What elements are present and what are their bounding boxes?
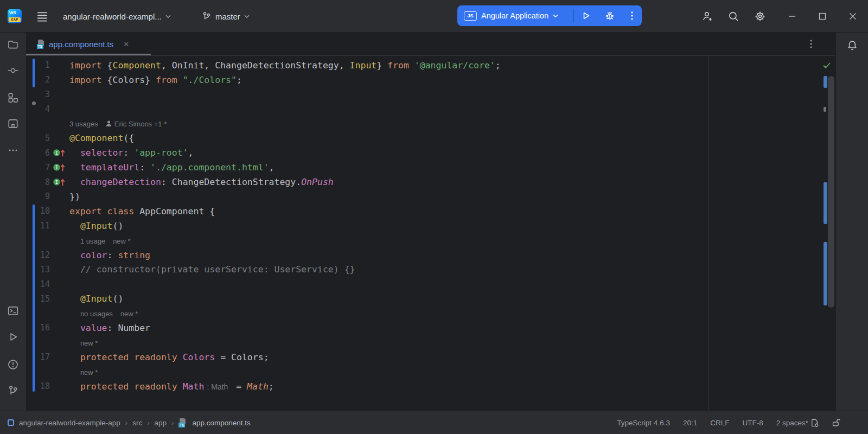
commit-tool-button[interactable]: [4, 62, 22, 79]
line-number[interactable]: 14: [26, 279, 50, 289]
line-number[interactable]: 11: [26, 221, 50, 231]
editor-code-row[interactable]: 8 I changeDetection: ChangeDetectionStra…: [26, 175, 835, 189]
editor-inlay-row[interactable]: 1 usagenew *: [26, 233, 835, 248]
editor-options-kebab-icon[interactable]: [803, 36, 819, 52]
line-number[interactable]: 7: [26, 163, 50, 173]
status-item[interactable]: 2 spaces*: [776, 419, 808, 427]
line-number[interactable]: 2: [26, 75, 50, 85]
window-minimize-button[interactable]: [783, 8, 801, 25]
close-icon: [847, 11, 858, 22]
line-number[interactable]: 10: [26, 206, 50, 216]
code-segment: {: [107, 60, 113, 71]
breadcrumb: angular-realworld-example-app›src›app› T…: [8, 418, 251, 427]
code-segment: OnPush: [301, 177, 334, 187]
structure-tool-button[interactable]: [4, 89, 22, 106]
editor-code-row[interactable]: 17 protected readonly Colors = Colors;: [26, 350, 835, 365]
run-more-button[interactable]: [622, 5, 642, 26]
svg-text:I: I: [55, 180, 58, 185]
editor-code-row[interactable]: 6 I selector: 'app-root',: [26, 145, 835, 160]
editor-code-row[interactable]: 16 value: Number: [26, 321, 835, 335]
vcs-branch-widget[interactable]: master: [202, 8, 250, 25]
code-with-me-button[interactable]: [699, 8, 716, 25]
window-close-button[interactable]: [844, 8, 861, 25]
editor-code-row[interactable]: 9}): [26, 189, 835, 204]
line-number[interactable]: 16: [26, 323, 50, 333]
editor-code-row[interactable]: 13 // constructor(private userService: U…: [26, 262, 835, 277]
search-everywhere-button[interactable]: [725, 8, 742, 25]
line-number[interactable]: 18: [26, 381, 50, 391]
editor-scrollbar[interactable]: [828, 76, 834, 308]
status-item[interactable]: 20:1: [683, 419, 697, 427]
editor-code-row[interactable]: 15 @Input(): [26, 291, 835, 306]
run-tool-button[interactable]: [4, 328, 22, 346]
angular-ts-file-icon: TS: [37, 40, 46, 49]
editor-code-row[interactable]: 5@Component({: [26, 131, 835, 145]
line-number[interactable]: 3: [26, 90, 50, 99]
vcs-change-marker[interactable]: [824, 182, 827, 224]
line-number[interactable]: 15: [26, 294, 50, 304]
problems-tool-button[interactable]: [4, 356, 22, 373]
line-number[interactable]: 12: [26, 250, 50, 260]
gutter-icon-slot: I: [50, 177, 69, 187]
code-segment: from: [387, 60, 414, 71]
editor-inlay-row[interactable]: 3 usages Eric Simons +1 *: [26, 117, 835, 131]
editor-code-row[interactable]: 1import {Component, OnInit, ChangeDetect…: [26, 58, 835, 73]
code-segment: templateUrl: [80, 162, 139, 173]
editor-inlay-row[interactable]: new *: [26, 335, 835, 350]
editor-code-row[interactable]: 2import {Colors} from "./Colors";: [26, 73, 835, 87]
line-number[interactable]: 1: [26, 60, 50, 70]
line-number[interactable]: 13: [26, 265, 50, 275]
line-number[interactable]: 5: [26, 133, 50, 143]
debug-button[interactable]: [598, 5, 622, 26]
breadcrumb-item[interactable]: app.component.ts: [192, 419, 250, 427]
window-maximize-button[interactable]: [814, 8, 831, 25]
stripe-marker-gray[interactable]: [824, 107, 826, 112]
line-number[interactable]: 4: [26, 104, 50, 114]
run-button[interactable]: [574, 5, 598, 26]
editor-code-row[interactable]: 3: [26, 87, 835, 102]
status-item[interactable]: TypeScript 4.6.3: [617, 419, 670, 427]
main-menu-icon[interactable]: [35, 9, 50, 24]
terminal-icon: [7, 305, 19, 317]
code-area[interactable]: 1import {Component, OnInit, ChangeDetect…: [26, 56, 835, 411]
editor-inlay-row[interactable]: no usagesnew *: [26, 306, 835, 321]
project-tool-button[interactable]: [4, 36, 22, 53]
line-number[interactable]: 6: [26, 148, 50, 158]
notifications-button[interactable]: [844, 37, 861, 54]
settings-button[interactable]: [751, 8, 769, 25]
lock-icon[interactable]: [831, 418, 841, 427]
line-number[interactable]: 17: [26, 352, 50, 362]
angular-input-gutter-icon[interactable]: I: [53, 163, 66, 172]
editor-code-row[interactable]: 10export class AppComponent {: [26, 204, 835, 219]
editor-code-row[interactable]: 4: [26, 102, 835, 117]
angular-input-gutter-icon[interactable]: I: [53, 148, 66, 157]
code-segment: : ChangeDetectionStrategy.: [161, 177, 301, 187]
close-tab-icon[interactable]: ✕: [123, 40, 129, 48]
status-item[interactable]: CRLF: [710, 419, 729, 427]
more-tool-windows-button[interactable]: [4, 142, 22, 159]
breadcrumb-item[interactable]: app: [155, 419, 167, 427]
git-tool-button[interactable]: [4, 382, 22, 399]
editor-code-row[interactable]: 7 I templateUrl: './app.component.html',: [26, 160, 835, 175]
project-widget[interactable]: angular-realworld-exampl...: [63, 8, 171, 25]
editor-code-row[interactable]: 18 protected readonly Math: Math = Math;: [26, 379, 835, 392]
bookmarks-tool-button[interactable]: [4, 115, 22, 132]
breadcrumb-item[interactable]: angular-realworld-example-app: [19, 419, 120, 427]
terminal-tool-button[interactable]: [4, 302, 22, 320]
vcs-change-marker[interactable]: [824, 76, 827, 88]
run-config-selector[interactable]: JS Angular Application: [457, 5, 573, 26]
tab-app-component-ts[interactable]: TS app.component.ts ✕: [26, 33, 151, 56]
status-item[interactable]: UTF-8: [742, 419, 763, 427]
line-number[interactable]: 9: [26, 192, 50, 201]
angular-input-gutter-icon[interactable]: I: [53, 177, 66, 187]
code-segment: [69, 308, 80, 318]
editor-code-row[interactable]: 12 color: string: [26, 248, 835, 263]
editor-code-row[interactable]: 11 @Input(): [26, 219, 835, 233]
vcs-change-marker[interactable]: [824, 242, 827, 305]
editor-inlay-row[interactable]: new *: [26, 365, 835, 379]
line-number[interactable]: 8: [26, 177, 50, 187]
editor-code-row[interactable]: 14: [26, 277, 835, 291]
inspections-ok-icon[interactable]: [822, 61, 831, 70]
breadcrumb-item[interactable]: src: [132, 419, 142, 427]
indent-config-icon[interactable]: [810, 418, 819, 427]
